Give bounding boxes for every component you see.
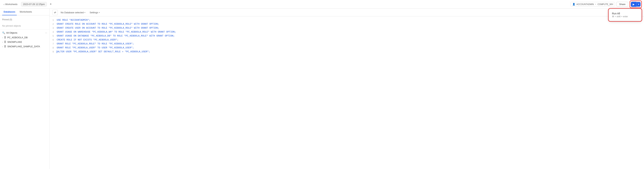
pinned-section: Pinned (0) bbox=[0, 17, 49, 23]
worksheet-tab[interactable]: 2023-07-26 12:25pm bbox=[21, 2, 47, 6]
line-number: 6 bbox=[50, 38, 57, 41]
separator: • bbox=[595, 3, 596, 5]
settings-dropdown-icon: ▾ bbox=[99, 11, 100, 13]
all-objects-row[interactable]: 🔍 All Objects ··· bbox=[0, 30, 49, 35]
all-objects-label: 🔍 All Objects bbox=[2, 31, 17, 34]
run-button[interactable]: ▶ bbox=[631, 2, 636, 7]
back-chevron-icon: ‹ bbox=[4, 3, 4, 6]
line-number: 5 bbox=[50, 34, 57, 37]
code-line: 3GRANT CREATE USER ON ACCOUNT TO ROLE "P… bbox=[50, 26, 644, 30]
code-line: 9ALTER USER "PC_KEBOOLA_USER" SET DEFAUL… bbox=[50, 50, 644, 54]
db-selector-label: No Database selected bbox=[61, 11, 84, 14]
sidebar-divider bbox=[0, 29, 49, 29]
sidebar-tab-worksheets[interactable]: Worksheets bbox=[18, 9, 33, 15]
line-content: GRANT ROLE "PC_KEBOOLA_USER" TO USER "PC… bbox=[57, 46, 644, 49]
database-name: SNOWFLAKE_SAMPLE_DATA bbox=[8, 45, 40, 48]
run-all-label: Run All bbox=[612, 12, 638, 15]
share-button[interactable]: Share bbox=[616, 2, 628, 7]
no-pinned-label: No pinned objects bbox=[0, 23, 49, 29]
database-icon: 🗄 bbox=[4, 41, 6, 43]
database-list: › 🗄 PC_KEBOOLA_DB › 🗄 SNOWFLAKE › 🗄 SNOW… bbox=[0, 35, 49, 49]
run-button-group: ▶ ▾ bbox=[631, 2, 640, 7]
code-line: 4GRANT USAGE ON WAREHOUSE "PC_KEBOOLA_WH… bbox=[50, 30, 644, 34]
database-item[interactable]: › 🗄 PC_KEBOOLA_DB bbox=[0, 35, 49, 40]
sidebar-body: Pinned (0) No pinned objects 🔍 All Objec… bbox=[0, 15, 49, 169]
settings-label: Settings bbox=[90, 11, 98, 14]
top-bar: ‹ Worksheets 2023-07-26 12:25pm + 👤 ACCO… bbox=[0, 0, 644, 9]
back-label: Worksheets bbox=[5, 3, 18, 5]
line-number: 9 bbox=[50, 50, 57, 53]
line-number: 2 bbox=[50, 23, 57, 25]
code-line: 2GRANT CREATE ROLE ON ACCOUNT TO ROLE "P… bbox=[50, 22, 644, 26]
code-line: 5GRANT USAGE ON DATABASE "PC_KEBOOLA_DB"… bbox=[50, 34, 644, 38]
editor-area: ⇄ No Database selected ▾ Settings ▾ Late… bbox=[50, 9, 644, 169]
account-icon: 👤 bbox=[572, 3, 575, 5]
account-info: 👤 ACCOUNTADMIN • COMPUTE_WH bbox=[570, 2, 615, 6]
line-number: 3 bbox=[50, 27, 57, 29]
db-dropdown-icon: ▾ bbox=[84, 11, 85, 13]
database-name: SNOWFLAKE bbox=[8, 41, 22, 43]
line-number: 1 bbox=[50, 19, 57, 21]
add-tab-button[interactable]: + bbox=[48, 2, 53, 7]
run-dropdown-button[interactable]: ▾ bbox=[636, 2, 640, 7]
code-line: 1USE ROLE "ACCOUNTADMIN"; bbox=[50, 18, 644, 22]
code-editor[interactable]: 1USE ROLE "ACCOUNTADMIN";2GRANT CREATE R… bbox=[50, 16, 644, 169]
compute-wh: COMPUTE_WH bbox=[598, 3, 613, 5]
run-area: ▶ ▾ Run All ⌘ + shift + enter bbox=[630, 0, 642, 8]
database-item[interactable]: › 🗄 SNOWFLAKE_SAMPLE_DATA bbox=[0, 44, 49, 49]
more-options-icon[interactable]: ··· bbox=[45, 31, 47, 34]
sidebar-tab-databases[interactable]: Databases bbox=[2, 9, 17, 15]
settings-button[interactable]: Settings ▾ bbox=[88, 10, 101, 14]
database-icon: 🗄 bbox=[4, 36, 6, 39]
code-line: 6CREATE ROLE IF NOT EXISTS "PC_KEBOOLA_U… bbox=[50, 38, 644, 42]
search-icon: 🔍 bbox=[2, 31, 5, 34]
database-selector[interactable]: No Database selected ▾ bbox=[59, 10, 87, 14]
account-name: ACCOUNTADMIN bbox=[576, 3, 594, 5]
line-content: CREATE ROLE IF NOT EXISTS "PC_KEBOOLA_US… bbox=[57, 38, 644, 41]
expand-chevron-icon: › bbox=[2, 36, 3, 39]
sidebar: DatabasesWorksheets Pinned (0) No pinned… bbox=[0, 9, 50, 169]
main-content: DatabasesWorksheets Pinned (0) No pinned… bbox=[0, 9, 644, 169]
back-to-worksheets-button[interactable]: ‹ Worksheets bbox=[2, 2, 19, 6]
database-name: PC_KEBOOLA_DB bbox=[8, 36, 28, 39]
filter-button[interactable]: ⇄ bbox=[52, 10, 58, 15]
cursor-indicator bbox=[57, 50, 57, 53]
code-line: 8GRANT ROLE "PC_KEBOOLA_USER" TO USER "P… bbox=[50, 46, 644, 50]
database-item[interactable]: › 🗄 SNOWFLAKE bbox=[0, 40, 49, 44]
pinned-header: Pinned (0) bbox=[2, 18, 47, 21]
line-content: GRANT CREATE ROLE ON ACCOUNT TO ROLE "PC… bbox=[57, 23, 644, 25]
run-all-item[interactable]: Run All ⌘ + shift + enter bbox=[609, 10, 641, 19]
line-content: GRANT USAGE ON DATABASE "PC_KEBOOLA_DB" … bbox=[57, 34, 644, 37]
editor-toolbar: ⇄ No Database selected ▾ Settings ▾ Late… bbox=[50, 9, 644, 16]
top-right-actions: 👤 ACCOUNTADMIN • COMPUTE_WH Share ▶ ▾ Ru… bbox=[570, 0, 642, 8]
run-all-shortcut: ⌘ + shift + enter bbox=[612, 15, 638, 18]
line-content: GRANT USAGE ON WAREHOUSE "PC_KEBOOLA_WH"… bbox=[57, 30, 644, 33]
line-content: GRANT CREATE USER ON ACCOUNT TO ROLE "PC… bbox=[57, 27, 644, 29]
run-dropdown-popup: Run All ⌘ + shift + enter bbox=[609, 9, 641, 21]
line-content: ALTER USER "PC_KEBOOLA_USER" SET DEFAULT… bbox=[57, 50, 644, 53]
database-icon: 🗄 bbox=[4, 45, 6, 48]
expand-chevron-icon: › bbox=[2, 45, 3, 48]
line-number: 7 bbox=[50, 42, 57, 45]
line-number: 8 bbox=[50, 46, 57, 49]
line-content: USE ROLE "ACCOUNTADMIN"; bbox=[57, 19, 644, 21]
line-number: 4 bbox=[50, 30, 57, 33]
expand-chevron-icon: › bbox=[2, 41, 3, 43]
sidebar-tabs: DatabasesWorksheets bbox=[0, 9, 49, 15]
line-content: GRANT ROLE "PC_KEBOOLA_ROLE" TO ROLE "PC… bbox=[57, 42, 644, 45]
code-line: 7GRANT ROLE "PC_KEBOOLA_ROLE" TO ROLE "P… bbox=[50, 42, 644, 46]
